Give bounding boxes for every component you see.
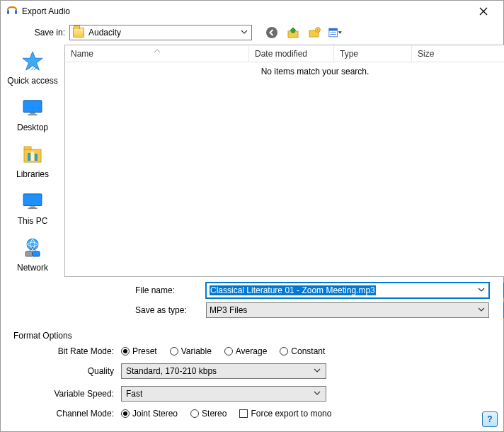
- body-row: Quick access Desktop Libraries This PC: [1, 45, 503, 326]
- file-list-body: No items match your search.: [65, 62, 504, 276]
- svg-rect-0: [7, 10, 9, 14]
- svg-rect-16: [23, 194, 42, 206]
- save-in-label: Save in:: [9, 28, 69, 38]
- column-date-modified[interactable]: Date modified: [249, 45, 334, 62]
- back-button[interactable]: [265, 25, 279, 40]
- save-in-combo[interactable]: Audacity: [69, 25, 252, 40]
- file-list-header: Name Date modified Type Size: [65, 45, 504, 62]
- quick-access-icon: [21, 49, 45, 73]
- variable-speed-label: Variable Speed:: [43, 389, 121, 399]
- svg-rect-7: [329, 28, 338, 30]
- svg-point-19: [27, 239, 38, 250]
- variable-speed-dropdown[interactable]: Fast: [121, 386, 326, 402]
- chevron-down-icon: [477, 305, 486, 316]
- bitrate-constant-radio[interactable]: Constant: [280, 346, 325, 356]
- bitrate-variable-radio[interactable]: Variable: [170, 346, 212, 356]
- svg-rect-9: [30, 113, 35, 114]
- save-in-row: Save in: Audacity: [1, 22, 503, 45]
- file-name-label: File name:: [135, 285, 206, 295]
- chevron-down-icon: [240, 28, 248, 38]
- force-mono-checkbox[interactable]: Force export to mono: [239, 409, 331, 419]
- svg-rect-14: [31, 152, 34, 161]
- svg-rect-12: [24, 147, 31, 149]
- svg-rect-10: [28, 114, 38, 115]
- new-folder-button[interactable]: [307, 25, 321, 40]
- place-network[interactable]: Network: [1, 236, 64, 273]
- column-name[interactable]: Name: [65, 45, 249, 62]
- file-name-value: Classical Literature 01 - Zoom Meeting.m…: [210, 285, 376, 295]
- save-as-type-value: MP3 Files: [210, 305, 247, 315]
- svg-rect-15: [35, 154, 38, 161]
- place-label: Desktop: [17, 123, 48, 132]
- sort-asc-icon: [154, 45, 161, 55]
- place-label: This PC: [18, 216, 48, 226]
- svg-rect-17: [30, 206, 35, 208]
- place-label: Libraries: [16, 169, 49, 179]
- network-icon: [21, 236, 45, 260]
- quality-dropdown[interactable]: Standard, 170-210 kbps: [121, 363, 326, 379]
- bitrate-average-radio[interactable]: Average: [224, 346, 267, 356]
- svg-rect-1: [15, 10, 17, 14]
- title-bar: Export Audio: [1, 1, 503, 22]
- svg-rect-18: [28, 208, 38, 209]
- channel-joint-stereo-radio[interactable]: Joint Stereo: [121, 409, 178, 419]
- bitrate-preset-radio[interactable]: Preset: [121, 346, 157, 356]
- app-icon: [6, 6, 18, 17]
- up-one-level-button[interactable]: [286, 25, 300, 40]
- chevron-down-icon: [477, 285, 486, 296]
- channel-mode-label: Channel Mode:: [43, 409, 121, 419]
- place-label: Network: [17, 263, 48, 273]
- dialog-title: Export Audio: [22, 6, 70, 16]
- svg-rect-8: [23, 101, 42, 113]
- channel-stereo-radio[interactable]: Stereo: [190, 409, 227, 419]
- place-this-pc[interactable]: This PC: [1, 189, 64, 226]
- chevron-down-icon: [313, 366, 321, 377]
- libraries-icon: [21, 142, 45, 166]
- svg-rect-21: [33, 251, 40, 256]
- svg-rect-20: [25, 251, 33, 256]
- file-list[interactable]: Name Date modified Type Size No items ma…: [64, 45, 504, 277]
- save-in-value: Audacity: [88, 28, 121, 38]
- form-area: File name: Classical Literature 01 - Zoo…: [64, 281, 504, 326]
- view-menu-button[interactable]: [328, 25, 343, 40]
- svg-rect-13: [28, 153, 30, 161]
- places-bar: Quick access Desktop Libraries This PC: [1, 45, 64, 326]
- format-options-group: Format Options Bit Rate Mode: Preset Var…: [8, 331, 496, 431]
- column-type[interactable]: Type: [334, 45, 412, 62]
- help-button[interactable]: ?: [482, 411, 498, 427]
- svg-point-2: [266, 27, 277, 38]
- chevron-down-icon: [313, 389, 321, 399]
- this-pc-icon: [21, 189, 45, 213]
- file-name-input[interactable]: Classical Literature 01 - Zoom Meeting.m…: [206, 283, 489, 298]
- place-desktop[interactable]: Desktop: [1, 96, 64, 132]
- place-libraries[interactable]: Libraries: [1, 142, 64, 179]
- toolbar-icons: [265, 25, 343, 40]
- close-button[interactable]: [469, 1, 498, 22]
- format-options-title: Format Options: [11, 331, 75, 341]
- folder-icon: [73, 28, 84, 38]
- bitrate-mode-label: Bit Rate Mode:: [43, 346, 121, 356]
- place-quick-access[interactable]: Quick access: [1, 49, 64, 86]
- column-size[interactable]: Size: [412, 45, 504, 62]
- export-audio-dialog: Export Audio Save in: Audacity: [0, 0, 504, 432]
- empty-message: No items match your search.: [261, 67, 370, 76]
- save-as-type-label: Save as type:: [135, 305, 206, 315]
- save-as-type-combo[interactable]: MP3 Files: [206, 302, 489, 318]
- quality-label: Quality: [43, 366, 121, 376]
- desktop-icon: [21, 96, 45, 120]
- place-label: Quick access: [7, 76, 57, 86]
